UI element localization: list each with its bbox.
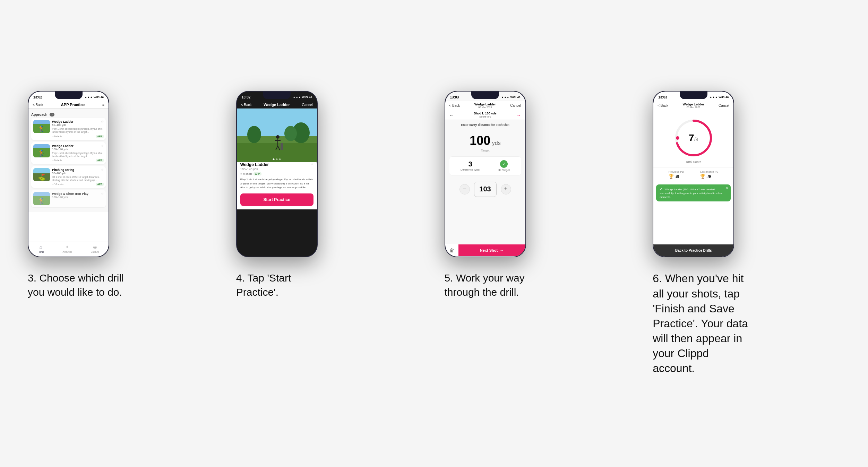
caption-6-text: When you've hit all your shots, tap 'Fin… xyxy=(653,272,748,374)
drill-desc-3: Hit 1 shot at each of the 10 target dist… xyxy=(52,175,104,182)
difference-item: 3 Difference (yds) xyxy=(461,160,480,171)
shot-score: Score 5/9 xyxy=(474,115,497,118)
phone6-column: 13:03 ▲▲▲ WiFi 46 < Back Wedge Ladder 06… xyxy=(653,91,840,376)
shot-label: Shot 1, 100 yds xyxy=(474,112,497,115)
star-icon-4: ☆ xyxy=(101,192,104,196)
trophy-icon-2: 🏆 xyxy=(700,174,705,179)
app-badge-1: APP xyxy=(96,135,104,138)
drill-yds-4: 100–140 yds xyxy=(52,196,104,199)
phone6-back-btn[interactable]: < Back xyxy=(658,104,668,107)
phone6-frame: 13:03 ▲▲▲ WiFi 46 < Back Wedge Ladder 06… xyxy=(653,91,734,257)
toast-close-btn[interactable]: ✕ xyxy=(726,186,729,191)
app-badge-2: APP xyxy=(96,159,104,162)
drill-info-1: Wedge Ladder ☆ 50–100 yds Play 1 shot at… xyxy=(52,120,104,138)
signal-icon-5: ▲▲▲ xyxy=(501,96,509,99)
phone6-pb-row: Previous PB 🏆 -/9 Last month PB 🏆 -/9 xyxy=(653,167,733,182)
golf-image xyxy=(237,109,317,162)
star-icon-1: ☆ xyxy=(101,120,104,123)
drill-name-1: Wedge Ladder xyxy=(52,120,74,123)
phone4-shots: ○ 9 shots APP xyxy=(240,172,313,175)
drill-desc-1: Play 1 shot at each target yardage. If y… xyxy=(52,127,104,133)
phone3-back-btn[interactable]: < Back xyxy=(33,103,43,107)
app-badge-3: APP xyxy=(96,183,104,186)
svg-point-3 xyxy=(247,126,261,143)
drill-item-1[interactable]: 🏌️ Wedge Ladder ☆ 50–100 yds Play 1 shot… xyxy=(31,118,106,140)
trash-btn[interactable]: 🗑 xyxy=(445,244,458,257)
phone6-cancel-btn[interactable]: Cancel xyxy=(719,104,729,107)
target-yards: 100 xyxy=(470,133,490,148)
start-practice-btn[interactable]: Start Practice xyxy=(240,193,313,206)
shots-badge-1: ○ 9 shots xyxy=(52,135,62,138)
phone4-back-btn[interactable]: < Back xyxy=(241,103,252,107)
next-arrow-btn[interactable]: → xyxy=(516,112,521,118)
phone3-drill-list: Approach 7 🏌️ Wedge Ladder ☆ xyxy=(28,109,109,212)
section-count-badge: 7 xyxy=(50,113,54,116)
phone3-menu-btn[interactable]: ≡ xyxy=(102,103,104,107)
drill-thumb-2: 🏌️ xyxy=(33,144,50,157)
tab-home[interactable]: ⌂ Home xyxy=(38,244,44,253)
tab-activities-label: Activities xyxy=(63,251,72,253)
phone5-back-btn[interactable]: < Back xyxy=(449,104,460,107)
drill-desc-2: Play 1 shot at each target yardage. If y… xyxy=(52,152,104,158)
score-numerator: 7 xyxy=(689,132,694,143)
phone6-time: 13:03 xyxy=(658,95,667,99)
phone4-title: Wedge Ladder xyxy=(264,103,290,107)
phone4-cancel-btn[interactable]: Cancel xyxy=(302,103,313,107)
number-input[interactable]: 103 xyxy=(474,182,497,197)
phone4-time: 13:02 xyxy=(242,95,251,99)
clock-icon: ○ xyxy=(240,172,242,175)
phone5-nav-bar: < Back Wedge Ladder 06 Mar 2023 Cancel xyxy=(445,101,525,110)
battery-icon-5: 46 xyxy=(517,96,521,99)
phone4-star-icon: ☆ xyxy=(311,162,313,166)
caption-3-text: Choose which drill you would like to do. xyxy=(28,272,124,298)
drill-name-3: Pitching String xyxy=(52,168,74,172)
section-label: Approach xyxy=(31,113,48,116)
shots-badge-2: ○ 9 shots xyxy=(52,159,62,162)
capture-icon: ⊕ xyxy=(93,244,97,250)
next-shot-btn[interactable]: Next Shot → xyxy=(458,244,525,256)
score-text: 7/9 xyxy=(689,132,698,144)
wifi-icon-6: WiFi xyxy=(719,96,725,99)
phone5-target-display: 100 yds Target xyxy=(445,130,525,154)
phone4-drill-yds: 100–140 yds xyxy=(240,167,269,171)
hit-target-label: Hit Target xyxy=(498,168,510,172)
minus-btn[interactable]: − xyxy=(459,184,470,194)
next-arrow-icon: → xyxy=(500,248,504,252)
plus-btn[interactable]: + xyxy=(501,184,511,194)
caption-4: 4. Tap 'Start Practice'. xyxy=(236,271,333,299)
phone4-image-area xyxy=(237,109,317,162)
tab-capture[interactable]: ⊕ Capture xyxy=(91,244,99,253)
tab-home-label: Home xyxy=(38,251,44,253)
drill-yds-1: 50–100 yds xyxy=(52,123,104,127)
target-label: Target xyxy=(445,149,525,152)
success-toast: ✓ 'Wedge Ladder (100–140 yds)' was creat… xyxy=(656,184,731,201)
tab-activities[interactable]: ⌖ Activities xyxy=(63,244,72,253)
next-shot-label: Next Shot xyxy=(480,248,498,252)
hit-target-item: ✓ Hit Target xyxy=(498,160,510,172)
caption-5-text: Work your way through the drill. xyxy=(445,272,525,298)
difference-label: Difference (yds) xyxy=(461,168,480,171)
phone5-cancel-btn[interactable]: Cancel xyxy=(510,104,521,107)
drill-thumb-3: ⛳ xyxy=(33,168,50,181)
difference-value: 3 xyxy=(461,160,480,168)
score-circle: 7/9 xyxy=(673,117,714,159)
phone4-drill-name: Wedge Ladder xyxy=(240,162,269,167)
phone6-score-area: 7/9 Total Score xyxy=(653,110,733,167)
phone4-column: 13:02 ▲▲▲ WiFi 46 < Back Wedge Ladder Ca… xyxy=(236,91,424,299)
last-month-pb-label: Last month PB xyxy=(700,170,718,173)
phone6-notch xyxy=(680,92,707,99)
caption-4-num: 4. xyxy=(236,272,245,284)
drill-item-4[interactable]: 🏌️ Wedge & Short Iron Play ☆ 100–140 yds xyxy=(31,190,106,207)
svg-point-14 xyxy=(676,136,679,140)
caption-5: 5. Work your way through the drill. xyxy=(445,271,542,299)
phone4-shots-text: 9 shots xyxy=(243,172,252,175)
back-to-practice-btn[interactable]: Back to Practice Drills xyxy=(653,244,733,257)
drill-item-3[interactable]: ⛳ Pitching String ☆ 55–100 yds Hit 1 sho… xyxy=(31,166,106,188)
wifi-icon-4: WiFi xyxy=(302,96,308,99)
drill-item-2[interactable]: 🏌️ Wedge Ladder ☆ 100–140 yds Play 1 sho… xyxy=(31,142,106,164)
phone5-column: 13:03 ▲▲▲ WiFi 46 < Back Wedge Ladder 06… xyxy=(445,91,632,299)
signal-icon: ▲▲▲ xyxy=(85,96,93,99)
drill-info-2: Wedge Ladder ☆ 100–140 yds Play 1 shot a… xyxy=(52,144,104,162)
phone5-nav-center: Wedge Ladder 06 Mar 2023 xyxy=(474,103,496,109)
prev-arrow-btn[interactable]: ← xyxy=(449,112,454,118)
